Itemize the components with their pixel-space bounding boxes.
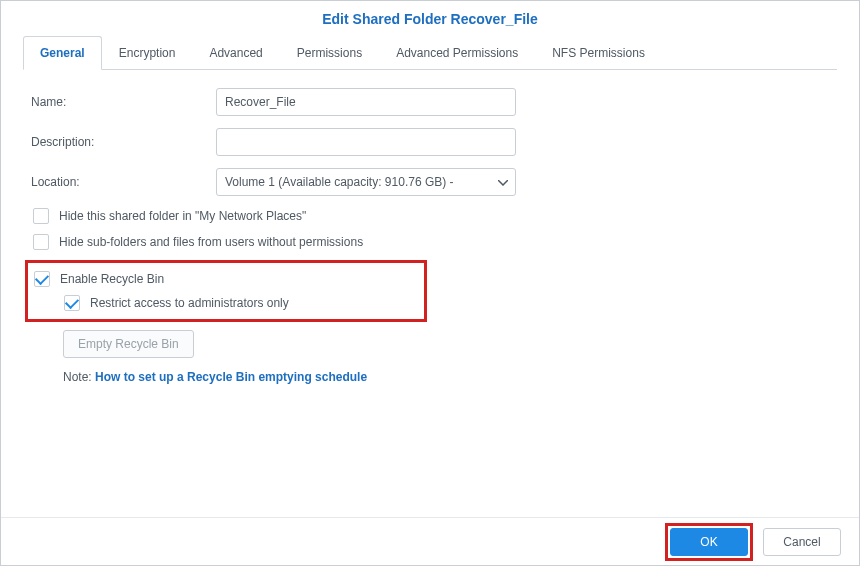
tab-permissions[interactable]: Permissions: [280, 36, 379, 70]
location-select[interactable]: Volume 1 (Available capacity: 910.76 GB)…: [216, 168, 516, 196]
description-input[interactable]: [216, 128, 516, 156]
enable-recycle-label: Enable Recycle Bin: [60, 272, 164, 286]
tab-nfs-permissions[interactable]: NFS Permissions: [535, 36, 662, 70]
note-link[interactable]: How to set up a Recycle Bin emptying sch…: [95, 370, 367, 384]
hide-network-checkbox[interactable]: [33, 208, 49, 224]
restrict-admin-row: Restrict access to administrators only: [32, 295, 420, 311]
tab-advanced-permissions[interactable]: Advanced Permissions: [379, 36, 535, 70]
tabs-bar: General Encryption Advanced Permissions …: [23, 35, 837, 70]
dialog-title: Edit Shared Folder Recover_File: [1, 1, 859, 35]
enable-recycle-checkbox[interactable]: [34, 271, 50, 287]
content-area: Name: Description: Location: Volume 1 (A…: [1, 70, 859, 384]
location-label: Location:: [31, 175, 216, 189]
hide-network-row: Hide this shared folder in "My Network P…: [31, 208, 829, 224]
cancel-button[interactable]: Cancel: [763, 528, 841, 556]
hide-network-label: Hide this shared folder in "My Network P…: [59, 209, 306, 223]
ok-highlight: OK: [665, 523, 753, 561]
tab-general[interactable]: General: [23, 36, 102, 70]
ok-button[interactable]: OK: [670, 528, 748, 556]
description-label: Description:: [31, 135, 216, 149]
hide-subfolders-label: Hide sub-folders and files from users wi…: [59, 235, 363, 249]
hide-subfolders-checkbox[interactable]: [33, 234, 49, 250]
location-value: Volume 1 (Available capacity: 910.76 GB)…: [216, 168, 516, 196]
tab-advanced[interactable]: Advanced: [192, 36, 279, 70]
empty-recycle-row: Empty Recycle Bin: [31, 330, 829, 358]
enable-recycle-row: Enable Recycle Bin: [32, 271, 420, 287]
note-prefix: Note:: [63, 370, 95, 384]
description-row: Description:: [31, 128, 829, 156]
note-row: Note: How to set up a Recycle Bin emptyi…: [31, 370, 829, 384]
name-row: Name:: [31, 88, 829, 116]
tab-encryption[interactable]: Encryption: [102, 36, 193, 70]
empty-recycle-button[interactable]: Empty Recycle Bin: [63, 330, 194, 358]
name-input[interactable]: [216, 88, 516, 116]
restrict-admin-label: Restrict access to administrators only: [90, 296, 289, 310]
location-row: Location: Volume 1 (Available capacity: …: [31, 168, 829, 196]
name-label: Name:: [31, 95, 216, 109]
hide-subfolders-row: Hide sub-folders and files from users wi…: [31, 234, 829, 250]
restrict-admin-checkbox[interactable]: [64, 295, 80, 311]
recycle-bin-highlight: Enable Recycle Bin Restrict access to ad…: [25, 260, 427, 322]
footer-bar: OK Cancel: [1, 517, 859, 565]
